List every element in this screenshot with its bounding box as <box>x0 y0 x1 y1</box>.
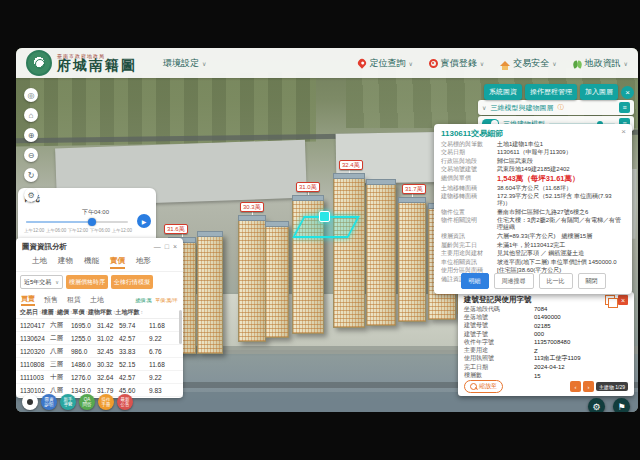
locate-button[interactable]: ◎ <box>24 88 38 102</box>
deal-type-subtabs: 買賣 預售 租賃 土地 總價:萬 單價:萬/坪 <box>16 292 183 307</box>
layer-toolbar: 系統圖資 操作歷程管理 加入圖層 × <box>484 84 634 100</box>
detail-button[interactable]: 明細 <box>461 273 489 289</box>
detail-row: 樓層資訊 六層=89.33(平方公尺) 總樓層15層 <box>441 233 625 240</box>
registry-footer: 縮放至 ‹ › 主建物 1/29 <box>464 380 628 393</box>
transaction-table: 1120417 六層 1695.0 31.42 59.74 11.68 1130… <box>16 319 183 398</box>
table-scrollbar[interactable] <box>179 310 182 344</box>
table-row[interactable]: 1120417 六層 1695.0 31.42 59.74 11.68 <box>16 319 183 332</box>
menu-land-info[interactable]: 地政資訊 ∨ <box>573 57 628 70</box>
daylight-play-button[interactable]: ▶ <box>137 214 151 228</box>
column-header[interactable]: 交易日 <box>20 308 42 317</box>
detail-row: 交易標的與筆數 土地1建物1車位1 <box>441 141 625 148</box>
building-3d-model[interactable] <box>398 200 426 322</box>
building-3d-model[interactable] <box>197 234 223 354</box>
menu-price-registration[interactable]: 實價登錄 ∨ <box>429 57 484 70</box>
chevron-down-icon[interactable]: ∨ <box>482 104 486 111</box>
add-layer-button[interactable]: 加入圖層 <box>580 84 618 100</box>
subtab-sale[interactable]: 買賣 <box>21 294 35 306</box>
daylight-time-slider[interactable] <box>24 218 130 226</box>
floor-price-timeseries-button[interactable]: 樓層價格時序 <box>66 275 108 289</box>
prev-record-button[interactable]: ‹ <box>570 381 581 392</box>
price-tag-icon <box>429 59 438 68</box>
zoom-to-button[interactable]: 縮放至 <box>464 380 503 393</box>
view-settings-button[interactable]: ⚙ <box>24 188 38 202</box>
table-row[interactable]: 1111003 十層 1276.0 32.64 42.57 9.22 <box>16 371 183 384</box>
column-header[interactable]: 樓層 <box>42 308 58 317</box>
analysis-tabs: 土地 建物 機能 實價 地形 <box>16 253 183 272</box>
subtab-rent[interactable]: 租賃 <box>67 295 81 305</box>
tab-land[interactable]: 土地 <box>32 256 47 269</box>
gps-locate-button[interactable] <box>22 394 38 410</box>
record-counter-badge: 主建物 1/29 <box>596 382 628 391</box>
manual-button[interactable]: 操作手冊 <box>98 394 114 410</box>
building-3d-model[interactable] <box>333 176 365 328</box>
table-row[interactable]: 1120320 八層 986.0 32.45 33.83 6.76 <box>16 345 183 358</box>
detail-row: 屋齡與完工日 未滿1年，於1130412完工 <box>441 242 625 249</box>
menu-environment-settings[interactable]: 環境設定 ∨ <box>163 57 206 70</box>
map-tools-bar: ⚙ ⚑ <box>588 398 630 412</box>
period-select[interactable]: 近5年交易 ∨ <box>20 275 63 289</box>
subtab-presale[interactable]: 預售 <box>44 295 58 305</box>
map-tool-column: ◎ ⌂ ⊕ ⊖ ↻ ⚙ <box>24 88 38 208</box>
title-block: 臺南市政府地政局 府城南籍圖 <box>57 54 137 73</box>
price-label[interactable]: 31.7萬 <box>402 184 426 194</box>
map-info-button[interactable]: 圖資說明 <box>41 394 57 410</box>
column-header[interactable]: 土地坪數 <box>116 308 144 317</box>
tab-amenity[interactable]: 機能 <box>84 256 99 269</box>
zoom-out-button[interactable]: ⊖ <box>24 148 38 162</box>
rotate-view-button[interactable]: ↻ <box>24 168 38 182</box>
chevron-down-icon: ∨ <box>55 279 59 285</box>
chevron-down-icon: ∨ <box>480 60 484 67</box>
table-row[interactable]: 1110808 三層 1486.0 30.32 52.15 11.68 <box>16 358 183 371</box>
tab-terrain[interactable]: 地形 <box>136 256 151 269</box>
price-label[interactable]: 32.4萬 <box>339 160 363 170</box>
map-settings-button[interactable]: ⚙ <box>588 398 605 412</box>
price-label[interactable]: 31.6萬 <box>164 224 188 234</box>
qa-button[interactable]: QA問答 <box>79 394 95 410</box>
column-header[interactable]: 單價 <box>73 308 89 317</box>
tab-actual-price[interactable]: 實價 <box>110 256 125 269</box>
compare-button[interactable]: 比一比 <box>539 273 573 289</box>
price-label[interactable]: 31.0萬 <box>296 182 320 192</box>
operation-history-button[interactable]: 操作歷程管理 <box>525 84 577 100</box>
slider-thumb[interactable] <box>88 218 96 226</box>
map-marker-button[interactable]: ⚑ <box>613 398 630 412</box>
total-price-value: 1,543萬（每坪31.61萬） <box>497 175 625 183</box>
next-record-button[interactable]: › <box>583 381 594 392</box>
registry-row: 樓層數 15 <box>464 371 628 379</box>
table-row[interactable]: 1130624 二層 1255.0 31.02 42.57 9.22 <box>16 332 183 345</box>
building-3d-model[interactable] <box>265 224 289 338</box>
tab-building[interactable]: 建物 <box>58 256 73 269</box>
home-extent-button[interactable]: ⌂ <box>24 108 38 122</box>
menu-transaction-safety[interactable]: 交易安全 ∨ <box>500 57 556 70</box>
newbie-guide-button[interactable]: 新手導覽 <box>60 394 76 410</box>
header-bar: 臺南市政府地政局 府城南籍圖 環境設定 ∨ 定位查詢 ∨ 實價登錄 ∨ 交易安全… <box>16 48 638 78</box>
close-button[interactable]: 關閉 <box>578 273 606 289</box>
layer-group-settings-button[interactable]: ≡ <box>619 102 630 113</box>
subtab-land[interactable]: 土地 <box>90 295 104 305</box>
house-icon <box>500 61 510 66</box>
analysis-panel: 圖資資訊分析 — □ × 土地 建物 機能 實價 地形 近5年交易 ∨ 樓層價格… <box>16 238 183 398</box>
menu-locate-query[interactable]: 定位查詢 ∨ <box>358 57 412 70</box>
building-3d-model[interactable] <box>366 182 396 326</box>
detail-row: 物件位置 臺南市歸仁區歸仁九路27號6樓之6 <box>441 209 625 216</box>
building-3d-model[interactable] <box>238 218 266 342</box>
news-button[interactable]: 最新公告 <box>117 394 133 410</box>
detail-row: 土地移轉面積 38.604平方公尺（11.68坪） <box>441 185 625 192</box>
column-header[interactable]: 建物坪數 <box>88 308 116 317</box>
maximize-icon[interactable]: □ <box>165 243 169 250</box>
column-header[interactable]: 總價 <box>57 308 73 317</box>
close-icon[interactable]: × <box>173 243 177 250</box>
zoom-in-button[interactable]: ⊕ <box>24 128 38 142</box>
price-label[interactable]: 30.3萬 <box>240 202 264 212</box>
copy-icon[interactable] <box>605 295 615 305</box>
nearby-search-button[interactable]: 周邊搜尋 <box>494 273 534 289</box>
close-panel-button[interactable]: × <box>621 86 634 99</box>
info-icon[interactable]: ⓘ <box>557 103 563 112</box>
whole-building-simulation-button[interactable]: 全棟行情模擬 <box>111 275 153 289</box>
minimize-icon[interactable]: — <box>154 243 161 250</box>
close-icon[interactable]: × <box>618 295 628 305</box>
system-layers-button[interactable]: 系統圖資 <box>484 84 522 100</box>
help-button-bar: 圖資說明 新手導覽 QA問答 操作手冊 最新公告 <box>22 394 133 410</box>
close-icon[interactable]: × <box>621 127 626 136</box>
